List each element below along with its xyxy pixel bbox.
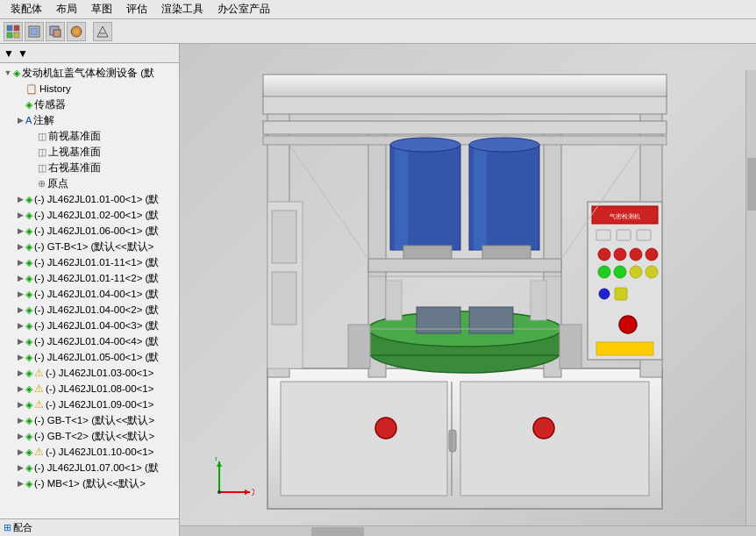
toolbar-btn-2[interactable]	[25, 22, 44, 41]
tree-root-expand[interactable]: ▼	[4, 68, 12, 77]
horizontal-scrollbar[interactable]	[180, 525, 756, 536]
tree-item-label: (-) GB-T<2> (默认<<默认>	[34, 430, 154, 443]
tree-expand-icon[interactable]: ▶	[16, 416, 25, 425]
tree-item[interactable]: ▶◈(-) GB-T<1> (默认<<默认>	[0, 412, 179, 428]
tree-item-label: (-) JL462JL01.09-00<1>	[46, 399, 153, 410]
svg-point-79	[645, 266, 658, 278]
tree-item[interactable]: ▶A注解	[0, 112, 179, 128]
tree-root[interactable]: ▼ ◈ 发动机缸盖气体检测设备 (默	[0, 65, 179, 81]
toolbar-btn-1[interactable]	[4, 22, 23, 41]
tree-warn-icon: ⚠	[34, 367, 44, 379]
tree-item[interactable]: ▶◈(-) MB<1> (默认<<默认>	[0, 475, 179, 491]
tree-item-icon: 📋	[25, 83, 38, 95]
tree-expand-icon[interactable]: ▶	[16, 353, 25, 361]
svg-rect-88	[272, 272, 296, 325]
tree-expand-icon[interactable]: ▶	[16, 226, 25, 235]
tree-item-label: 注解	[33, 114, 54, 127]
vertical-scrollbar[interactable]	[745, 70, 756, 525]
tree-item[interactable]: ◫前视基准面	[0, 128, 179, 144]
tree-items-container: 📋History ◈传感器▶A注解 ◫前视基准面 ◫上视基准面 ◫右视基准面 ⊕…	[0, 81, 179, 491]
svg-rect-81	[615, 288, 627, 300]
tree-item[interactable]: ▶◈(-) JL462JL01.06-00<1> (默	[0, 223, 179, 239]
tree-item[interactable]: 📋History	[0, 81, 179, 96]
tree-item[interactable]: ▶◈(-) JL462JL01.04-00<2> (默	[0, 302, 179, 318]
tree-expand-icon[interactable]: ▶	[16, 337, 25, 346]
tree-item-icon: ◈	[25, 194, 32, 205]
svg-point-73	[614, 248, 626, 261]
svg-point-75	[645, 248, 658, 261]
tree-item-icon: ◈	[25, 210, 32, 221]
tree-item-icon: ◫	[38, 147, 46, 158]
svg-marker-10	[97, 26, 108, 37]
tree-item[interactable]: ▶◈(-) JL462JL01.02-00<1> (默	[0, 207, 179, 223]
svg-rect-69	[596, 230, 610, 240]
tree-item-icon: ◈	[25, 352, 32, 363]
tree-item[interactable]: ◫上视基准面	[0, 144, 179, 160]
tree-item[interactable]: ◫右视基准面	[0, 160, 179, 175]
toolbar-btn-4[interactable]	[67, 22, 86, 41]
tree-expand-icon[interactable]: ▶	[16, 321, 25, 330]
tree-expand-icon[interactable]: ▶	[16, 400, 25, 409]
menu-office[interactable]: 办公室产品	[210, 0, 277, 18]
svg-rect-87	[272, 211, 296, 263]
tree-warn-icon: ⚠	[34, 398, 44, 411]
svg-point-80	[599, 289, 610, 299]
tree-expand-icon[interactable]: ▶	[16, 368, 25, 377]
svg-point-76	[598, 266, 610, 278]
toolbar-btn-5[interactable]	[93, 22, 112, 41]
tree-item[interactable]: ▶◈(-) JL462JL01.07.00<1> (默	[0, 460, 179, 475]
tree-expand-icon[interactable]: ▶	[16, 384, 25, 393]
tree-item-label: (-) JL462JL01.04-00<1> (默	[34, 288, 159, 301]
tree-item-icon: ◈	[25, 368, 32, 379]
tree-expand-icon[interactable]: ▶	[16, 289, 25, 298]
tree-item-icon: ◈	[25, 304, 32, 316]
tree-expand-icon[interactable]: ▶	[16, 116, 25, 125]
tree-item[interactable]: ◈传感器	[0, 96, 179, 112]
tree-expand-icon[interactable]: ▶	[16, 463, 25, 472]
tree-item[interactable]: ▶◈⚠(-) JL462JL01.03-00<1>	[0, 365, 179, 381]
tree-item[interactable]: ▶◈⚠(-) JL462JL01.09-00<1>	[0, 397, 179, 412]
tree-item[interactable]: ▶◈⚠(-) JL462JL01.10-00<1>	[0, 444, 179, 460]
tree-expand-icon[interactable]: ▶	[16, 479, 25, 488]
svg-point-84	[375, 418, 396, 439]
tree-expand-icon[interactable]: ▶	[16, 258, 25, 267]
tree-item[interactable]: ▶◈(-) JL462JL01.01-11<2> (默	[0, 270, 179, 286]
tree-item[interactable]: ▶◈⚠(-) JL462JL01.08-00<1>	[0, 381, 179, 397]
toolbar-btn-3[interactable]	[46, 22, 65, 41]
tree-item[interactable]: ▶◈(-) JL462JL01.05-00<1> (默	[0, 349, 179, 365]
tree-expand-icon[interactable]: ▶	[16, 242, 25, 251]
tree-item-icon: ◈	[25, 399, 32, 411]
tree-item[interactable]: ▶◈(-) JL462JL01.04-00<3> (默	[0, 318, 179, 333]
tree-item-icon: ⊕	[38, 178, 46, 189]
tree-item-label: (-) JL462JL01.01-11<1> (默	[34, 256, 159, 269]
tree-expand-icon[interactable]: ▶	[16, 195, 25, 204]
tree-item[interactable]: ⊕原点	[0, 175, 179, 191]
tree-item[interactable]: ▶◈(-) GT-B<1> (默认<<默认>	[0, 239, 179, 254]
menu-sketch[interactable]: 草图	[84, 0, 119, 18]
tree-root-label: 发动机缸盖气体检测设备 (默	[22, 67, 154, 80]
menu-assembly[interactable]: 装配体	[4, 0, 49, 18]
tree-item-label: 原点	[47, 177, 68, 190]
tree-item[interactable]: ▶◈(-) JL462JL01.01-00<1> (默	[0, 191, 179, 207]
filter-icon[interactable]: ▼	[4, 47, 14, 60]
menu-eval[interactable]: 评估	[119, 0, 154, 18]
tree-item[interactable]: ▶◈(-) GB-T<2> (默认<<默认>	[0, 428, 179, 444]
tree-item[interactable]: ▶◈(-) JL462JL01.01-11<1> (默	[0, 254, 179, 270]
svg-point-53	[390, 138, 460, 152]
tree-expand-icon[interactable]: ▶	[16, 432, 25, 440]
tree-expand-icon[interactable]: ▶	[16, 447, 25, 456]
tree-item-label: (-) JL462JL01.08-00<1>	[46, 383, 153, 394]
tree-item[interactable]: ▶◈(-) JL462JL01.04-00<4> (默	[0, 333, 179, 349]
svg-point-9	[74, 29, 79, 34]
svg-point-82	[619, 316, 637, 333]
tree-item-label: (-) JL462JL01.04-00<4> (默	[34, 335, 159, 348]
tree-expand-icon[interactable]: ▶	[16, 274, 25, 282]
tree-expand-icon[interactable]: ▶	[16, 211, 25, 219]
tree-expand-icon[interactable]: ▶	[16, 305, 25, 314]
menu-layout[interactable]: 布局	[49, 0, 84, 18]
menu-render[interactable]: 渲染工具	[154, 0, 210, 18]
tree-item[interactable]: ▶◈(-) JL462JL01.04-00<1> (默	[0, 286, 179, 302]
tree-item-label: (-) JL462JL01.05-00<1> (默	[34, 351, 159, 364]
svg-rect-37	[281, 382, 447, 496]
filter-label[interactable]: ▼	[18, 47, 28, 60]
